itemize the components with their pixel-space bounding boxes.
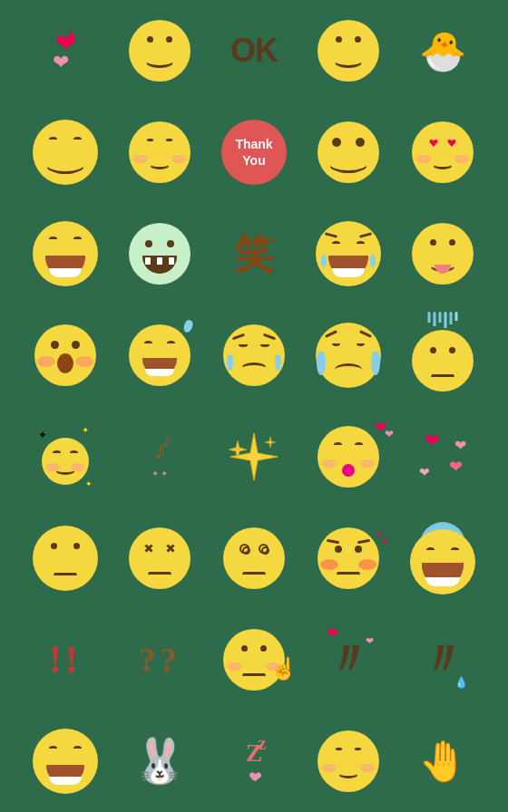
cell-r2c5 (397, 103, 488, 201)
question-label: ?? (139, 640, 181, 680)
sparkle-icon (227, 430, 281, 484)
thank-you-line1: Thank (235, 136, 272, 152)
svg-marker-2 (265, 437, 276, 448)
cell-r1c3: OK (209, 2, 299, 100)
cell-r7c5: 〃 💧 (397, 611, 488, 709)
cell-r8c4 (303, 712, 394, 810)
cell-r2c3: Thank You (209, 103, 299, 201)
cell-r8c3: Z z z ❤ (209, 712, 299, 810)
cell-r4c4 (303, 306, 394, 404)
thank-you-line2: You (242, 152, 265, 169)
cell-r5c4: ❤ ❤ (303, 408, 394, 506)
cell-r2c4 (303, 103, 394, 201)
cell-r3c4 (303, 205, 394, 303)
cell-r3c3: 笑 (209, 205, 299, 303)
cell-r7c1: !! (20, 611, 111, 709)
cell-r1c5: 🐣 (397, 2, 488, 100)
bird-icon: 🐣 (419, 29, 466, 73)
cell-r7c2: ?? (114, 611, 205, 709)
cell-r6c1 (20, 509, 111, 607)
emoji-grid: ❤ ❤ ✦ OK (13, 0, 495, 812)
cell-r6c4: ✦ ★ (303, 509, 394, 607)
cell-r2c2 (114, 103, 205, 201)
cell-r6c3 (209, 509, 299, 607)
cell-r5c1: ✦ ✦ ✦ (20, 408, 111, 506)
cell-r4c1 (20, 306, 111, 404)
monster-face (129, 223, 190, 285)
cell-r6c5 (397, 509, 488, 607)
cell-r4c2 (114, 306, 205, 404)
cell-r8c1 (20, 712, 111, 810)
cell-r5c5: ❤ ❤ ❤ ❤ (397, 408, 488, 506)
cell-r3c5 (397, 205, 488, 303)
exclaim-label: !! (49, 638, 82, 682)
cell-r6c2 (114, 509, 205, 607)
cell-r7c4: 〃 ❤ ❤ (303, 611, 394, 709)
kanji-label: 笑 (234, 227, 274, 281)
cell-r4c3 (209, 306, 299, 404)
cell-r1c2 (114, 2, 205, 100)
ok-label: OK (230, 32, 278, 70)
cell-r5c2: ♪ ♪ ✦ ✦ (114, 408, 205, 506)
cell-r1c4 (303, 2, 394, 100)
cell-r3c2 (114, 205, 205, 303)
hand-wave-icon: 🤚 (418, 738, 468, 785)
cell-r1c1: ❤ ❤ ✦ (20, 2, 111, 100)
thank-you-badge: Thank You (221, 120, 287, 185)
cell-r8c5: 🤚 (397, 712, 488, 810)
rabbit-icon: 🐰 (132, 736, 187, 787)
cell-r4c5 (397, 306, 488, 404)
cell-r7c3: ☝️ (209, 611, 299, 709)
cell-r8c2: 🐰 (114, 712, 205, 810)
cell-r2c1 (20, 103, 111, 201)
cell-r5c3 (209, 408, 299, 506)
cell-r3c1 (20, 205, 111, 303)
